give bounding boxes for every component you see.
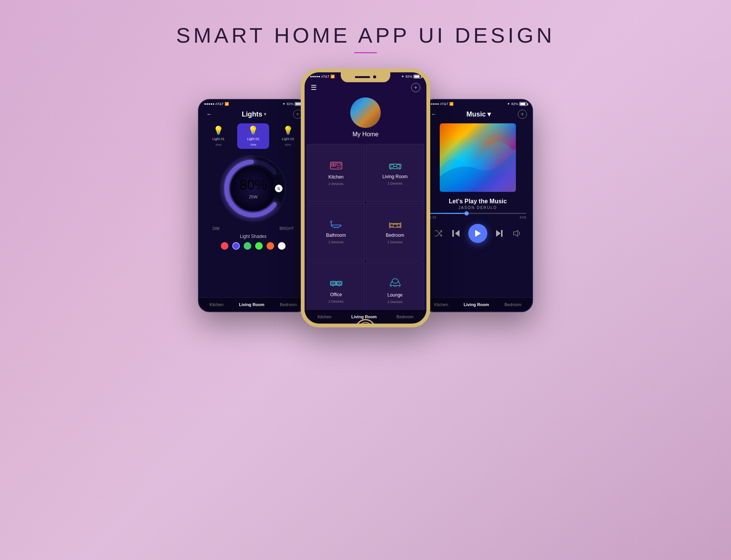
shade-red[interactable] [221,242,228,250]
dial-watt: 25W [249,195,258,199]
brightness-dial[interactable]: ⇅ 80% 25W [215,150,291,227]
shuffle-button[interactable] [433,228,444,239]
music-title: Music ▾ [466,110,491,118]
avatar-image [350,97,381,128]
room-kitchen[interactable]: Kitchen 2 Devices [307,144,365,202]
wifi-icon-left: 📶 [225,102,229,106]
dim-bright-labels: DIM BRIGHT [199,227,308,231]
light-button-2[interactable]: 💡 Light 02 70% [237,123,269,149]
light-pct-2: 70% [250,143,256,147]
phone-home-button-inner [359,322,372,327]
phone-right: ●●●●● AT&T 📶 ✦ 82% ← Music ▾ + [423,99,533,312]
bedroom-name: Bedroom [386,233,404,238]
hamburger-menu[interactable]: ☰ [311,83,317,92]
nav-kitchen-left[interactable]: Kitchen [207,302,226,308]
light-button-1[interactable]: 💡 Light 01 25% [203,123,234,149]
nav-living-left[interactable]: Living Room [237,302,267,308]
light-pct-1: 25% [215,143,222,147]
music-nav: ← Music ▾ + [423,108,532,120]
progress-thumb [464,211,469,215]
kitchen-devices: 2 Devices [329,182,344,186]
home-avatar [350,97,381,128]
status-bar-left: ●●●●● AT&T 📶 ✦ 82% [199,100,308,108]
page-title-area: SMART HOME APP UI DESIGN [0,23,731,53]
shade-green[interactable] [255,242,263,250]
light-label-2: Light 02 [247,137,259,142]
dial-center-text: 80% 25W [239,177,267,200]
bluetooth-icon-right: ✦ [507,102,510,106]
home-name: My Home [353,131,378,138]
living-devices: 2 Devices [388,182,403,185]
shade-teal[interactable] [244,242,251,250]
bluetooth-icon-left: ✦ [283,102,286,106]
progress-bar[interactable] [429,213,526,214]
nav-kitchen-right[interactable]: Kitchen [432,302,450,308]
shade-blue[interactable] [232,242,240,250]
shade-orange[interactable] [267,242,274,250]
prev-button[interactable] [450,228,462,239]
shade-white[interactable] [278,242,286,250]
music-progress-area: 1:33 4:03 [423,210,532,221]
svg-point-30 [330,221,332,222]
time-row: 1:33 4:03 [429,215,526,219]
music-screen: ●●●●● AT&T 📶 ✦ 82% ← Music ▾ + [423,100,532,311]
bedroom-devices: 2 Devices [388,240,403,244]
music-chevron-icon: ▾ [487,110,491,118]
home-add-button[interactable]: + [411,83,420,92]
lights-screen: ●●●●● AT&T 📶 ✦ 82% ← Lights ▾ + [199,100,308,311]
lights-chevron-icon: ▾ [264,112,266,117]
back-button-right[interactable]: ← [429,110,439,118]
status-carrier-right: ●●●●● AT&T 📶 [429,102,453,106]
volume-button[interactable] [512,228,523,239]
nav-bedroom-center[interactable]: Bedroom [394,314,416,320]
next-button[interactable] [494,228,505,239]
room-bedroom[interactable]: Bedroom 2 Devices [366,203,424,260]
signal-dots-center: ●●●●● [310,75,320,78]
lounge-name: Lounge [387,292,402,298]
add-button-right[interactable]: + [518,110,527,119]
time-total: 4:03 [519,215,526,219]
status-carrier-left: ●●●●● AT&T 📶 [204,102,229,106]
svg-rect-59 [452,230,454,237]
page-title-underline [354,52,377,53]
notch-speaker [355,76,370,78]
bottom-nav-left: Kitchen Living Room Bedroom [199,297,308,311]
room-living[interactable]: Living Room 2 Devices [366,144,424,202]
bulb-icon-1: 💡 [213,126,223,136]
nav-kitchen-center[interactable]: Kitchen [315,314,334,320]
bedroom-icon [389,220,402,230]
light-buttons-row: 💡 Light 01 25% 💡 Light 02 70% 💡 Light 03… [199,120,308,150]
shades-label: Light Shades [199,234,308,239]
svg-line-51 [390,281,392,286]
bluetooth-icon-center: ✦ [401,75,404,78]
light-label-3: Light 03 [282,137,294,142]
svg-rect-35 [397,224,400,227]
page-title: SMART HOME APP UI DESIGN [0,23,731,48]
status-right-center: ✦ 82% [401,75,421,78]
svg-line-52 [398,281,401,286]
play-button[interactable] [468,224,487,243]
phone-center: ●●●●● AT&T 📶 ✦ 82% ☰ + [301,69,430,327]
light-label-1: Light 01 [212,137,225,142]
bathroom-devices: 2 Devices [329,240,344,244]
svg-rect-42 [331,282,333,284]
light-pct-3: 50% [285,143,291,147]
back-button-left[interactable]: ← [204,110,215,118]
room-bathroom[interactable]: Bathroom 2 Devices [307,203,365,260]
light-button-3[interactable]: 💡 Light 03 50% [272,123,304,149]
album-art [440,123,516,192]
lights-nav: ← Lights ▾ + [199,108,308,120]
nav-living-right[interactable]: Living Room [461,302,492,308]
nav-bedroom-right[interactable]: Bedroom [502,302,524,308]
office-icon [330,278,343,290]
bottom-nav-right: Kitchen Living Room Bedroom [423,297,532,311]
nav-bedroom-left[interactable]: Bedroom [278,302,299,308]
office-devices: 2 Devices [329,300,344,303]
home-top-bar: ☰ + [305,81,426,94]
svg-rect-62 [501,230,503,237]
bulb-icon-3: 💡 [283,126,293,136]
phones-container: ●●●●● AT&T 📶 ✦ 82% ← Lights ▾ + [0,69,731,327]
lounge-devices: 2 Devices [388,300,403,304]
wifi-icon-center: 📶 [330,75,335,78]
svg-rect-24 [397,165,400,168]
